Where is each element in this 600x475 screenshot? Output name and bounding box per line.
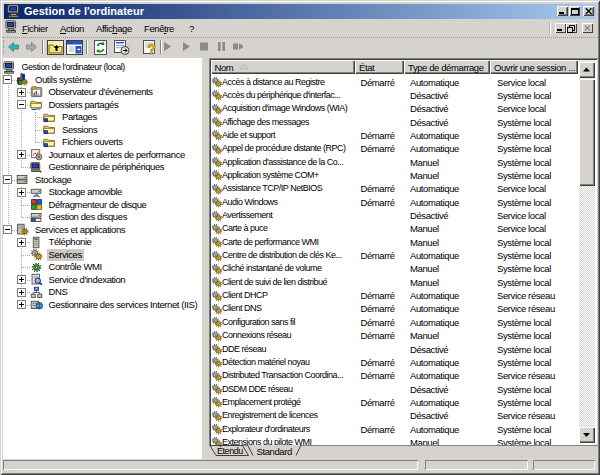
svg-text:?: ? xyxy=(147,41,155,56)
